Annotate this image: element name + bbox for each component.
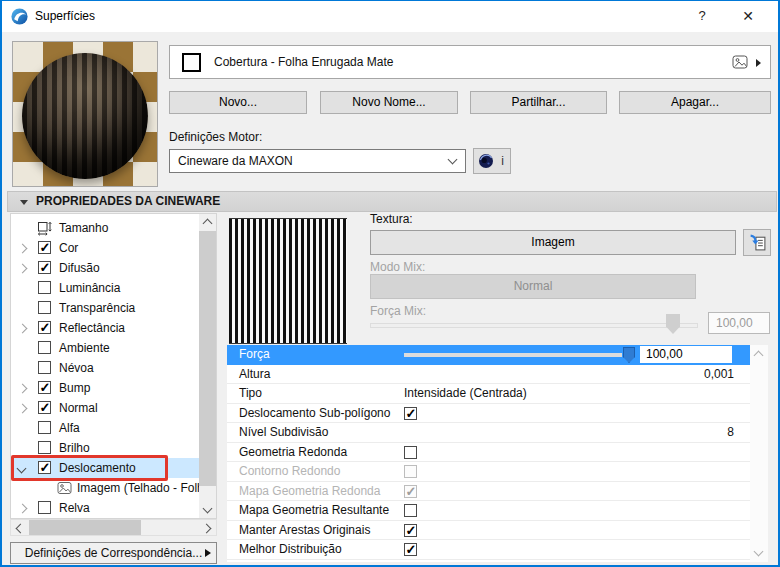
collapse-triangle-icon: [20, 200, 28, 205]
texture-import-button[interactable]: [743, 229, 771, 256]
checkbox[interactable]: [38, 241, 51, 254]
checkbox[interactable]: [404, 504, 417, 517]
checkbox[interactable]: [38, 321, 51, 334]
texture-image-button[interactable]: Imagem: [370, 230, 736, 255]
texture-label: Textura:: [370, 212, 413, 226]
archicad-logo-icon: [11, 8, 28, 25]
engine-select[interactable]: Cineware da MAXON: [169, 149, 466, 173]
property-row-altura[interactable]: Altura 0,001: [227, 365, 750, 385]
engine-info-button[interactable]: i: [473, 148, 511, 174]
scroll-up-icon[interactable]: [754, 351, 764, 361]
tree-item-cor[interactable]: Cor: [11, 238, 199, 258]
material-name: Cobertura - Folha Enrugada Mate: [214, 46, 393, 78]
tree-item-bump[interactable]: Bump: [11, 378, 199, 398]
property-row-nivel-subdivisao[interactable]: Nível Subdivisão 8: [227, 423, 750, 443]
property-row-geometria-redonda[interactable]: Geometria Redonda: [227, 443, 750, 463]
tree-item-normal[interactable]: Normal: [11, 398, 199, 418]
scroll-right-icon[interactable]: [202, 524, 212, 534]
cinema4d-icon: [478, 153, 494, 169]
checkbox[interactable]: [38, 381, 51, 394]
property-row-manter-arestas-originais[interactable]: Manter Arestas Originais: [227, 521, 750, 541]
tree-item-luminancia[interactable]: Luminância: [11, 278, 199, 298]
scrollbar-thumb[interactable]: [199, 231, 216, 486]
tree-item-alfa[interactable]: Alfa: [11, 418, 199, 438]
close-button[interactable]: ✕: [732, 1, 764, 31]
tree-item-nevoa[interactable]: Névoa: [11, 358, 199, 378]
title-bar[interactable]: Superfícies ? ✕: [2, 1, 778, 32]
checkbox[interactable]: [38, 301, 51, 314]
chevron-right-icon[interactable]: [18, 244, 28, 254]
checkbox[interactable]: [38, 501, 51, 514]
window-title: Superfícies: [35, 1, 95, 31]
checkbox[interactable]: [404, 446, 417, 459]
checkbox[interactable]: [38, 341, 51, 354]
altura-value[interactable]: 0,001: [704, 365, 734, 384]
engine-selected-value: Cineware da MAXON: [178, 150, 293, 172]
material-name-field[interactable]: Cobertura - Folha Enrugada Mate: [169, 45, 771, 79]
tree-item-relva[interactable]: Relva: [11, 498, 199, 518]
size-icon: [36, 220, 52, 236]
forca-slider-track[interactable]: [404, 353, 622, 357]
material-sphere: [22, 53, 148, 179]
flyout-arrow-icon: [205, 549, 211, 557]
tree-item-difusao[interactable]: Difusão: [11, 258, 199, 278]
property-row-tipo[interactable]: Tipo Intensidade (Centrada): [227, 384, 750, 404]
texture-preview[interactable]: [229, 218, 347, 344]
chevron-right-icon[interactable]: [18, 404, 28, 414]
property-row-mapa-geometria-resultante[interactable]: Mapa Geometria Resultante: [227, 501, 750, 521]
property-row-melhor-distribuicao[interactable]: Melhor Distribuição: [227, 540, 750, 560]
checkbox[interactable]: [38, 421, 51, 434]
property-row-deslocamento-sub-poligono[interactable]: Deslocamento Sub-polígono: [227, 404, 750, 424]
checkbox[interactable]: [404, 524, 417, 537]
table-vertical-scrollbar[interactable]: [750, 345, 768, 562]
forca-value-input[interactable]: 100,00: [640, 346, 732, 363]
forca-slider-thumb[interactable]: [623, 347, 635, 363]
tree-item-imagem-telhado[interactable]: Imagem (Telhado - Folha C: [11, 478, 199, 498]
share-button[interactable]: Partilhar...: [470, 91, 607, 114]
delete-button[interactable]: Apagar...: [619, 91, 771, 114]
scroll-up-icon[interactable]: [203, 219, 213, 229]
property-row-forca[interactable]: Força 100,00: [227, 345, 750, 365]
scroll-down-icon[interactable]: [754, 547, 764, 557]
tree-item-transparencia[interactable]: Transparência: [11, 298, 199, 318]
tree-item-deslocamento[interactable]: Deslocamento: [11, 458, 199, 478]
nivel-subdivisao-value[interactable]: 8: [727, 423, 734, 442]
chevron-right-icon[interactable]: [18, 504, 28, 514]
checkbox[interactable]: [404, 543, 417, 556]
tree-vertical-scrollbar[interactable]: [199, 214, 216, 518]
tree-item-reflectancia[interactable]: Reflectância: [11, 318, 199, 338]
help-button[interactable]: ?: [686, 1, 718, 31]
image-picker-icon[interactable]: [732, 54, 748, 70]
checkbox[interactable]: [38, 361, 51, 374]
scroll-left-icon[interactable]: [16, 524, 26, 534]
checkbox[interactable]: [404, 407, 417, 420]
property-row-mapa-geometria-redonda: Mapa Geometria Redonda: [227, 482, 750, 502]
material-color-swatch: [182, 53, 201, 72]
tree-item-ambiente[interactable]: Ambiente: [11, 338, 199, 358]
checkbox[interactable]: [38, 461, 51, 474]
checkbox[interactable]: [38, 401, 51, 414]
material-preview[interactable]: [12, 41, 158, 187]
checkbox[interactable]: [38, 281, 51, 294]
import-image-icon: [748, 233, 767, 252]
checkbox[interactable]: [38, 441, 51, 454]
chevron-down-icon[interactable]: [17, 464, 27, 474]
scroll-down-icon[interactable]: [203, 504, 213, 514]
chevron-right-icon[interactable]: [18, 324, 28, 334]
picker-caret-icon[interactable]: [756, 59, 761, 67]
tree-horizontal-scrollbar[interactable]: [10, 519, 217, 536]
tree-item-tamanho[interactable]: Tamanho: [11, 218, 199, 238]
mix-strength-field: 100,00: [708, 312, 770, 334]
chevron-right-icon[interactable]: [18, 264, 28, 274]
checkbox: [404, 485, 417, 498]
rename-button[interactable]: Novo Nome...: [320, 91, 458, 114]
tree-item-brilho[interactable]: Brilho: [11, 438, 199, 458]
matching-settings-button[interactable]: Definições de Correspondência...: [10, 542, 217, 564]
mix-strength-slider-thumb: [666, 314, 680, 334]
cineware-section-header[interactable]: PROPRIEDADES DA CINEWARE: [7, 191, 777, 212]
checkbox[interactable]: [38, 261, 51, 274]
scrollbar-thumb[interactable]: [29, 520, 141, 535]
tipo-value[interactable]: Intensidade (Centrada): [404, 384, 527, 403]
new-button[interactable]: Novo...: [169, 91, 307, 114]
chevron-right-icon[interactable]: [18, 384, 28, 394]
